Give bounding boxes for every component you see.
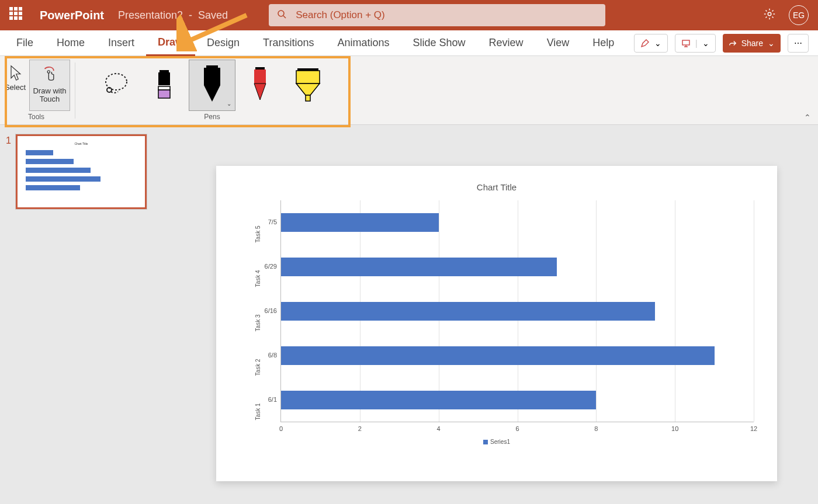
svg-rect-10 [158,90,170,98]
svg-line-1 [283,16,286,18]
group-tools-label: Tools [28,113,44,121]
svg-rect-9 [158,86,170,90]
legend-swatch [483,440,488,444]
chart-plot: 024681012 [280,200,754,422]
chart-bar [281,346,715,365]
chevron-down-icon: ⌄ [227,100,231,107]
x-tick-label: 2 [358,425,362,432]
svg-point-4 [47,71,50,73]
svg-point-0 [278,11,284,16]
divider [349,62,349,119]
search-icon [277,9,286,21]
x-tick-label: 8 [594,425,598,432]
ribbon-draw: Select Draw with Touch Tools ⌄ [0,56,818,125]
share-button[interactable]: Share ⌄ [723,34,781,53]
svg-rect-12 [204,68,220,85]
gridline [754,200,754,422]
y-category-label: Task 2 [255,359,262,376]
select-tool[interactable]: Select [2,60,28,111]
x-tick-label: 10 [671,425,678,432]
slide-canvas-area[interactable]: Chart Title Task 57/5Task 46/29Task 36/1… [175,125,818,504]
title-bar: PowerPoint Presentation2 - Saved ⌄ Searc… [0,0,818,30]
tab-help[interactable]: Help [581,30,626,56]
tab-file[interactable]: File [5,30,45,56]
app-launcher-icon[interactable] [9,7,26,23]
doc-chevron-icon[interactable]: ⌄ [240,11,245,19]
y-axis: Task 57/5Task 46/29Task 36/16Task 26/8Ta… [240,200,280,422]
document-name[interactable]: Presentation2 - Saved [118,9,228,22]
chart-bar [281,213,439,232]
slide-thumbnail-1[interactable]: Chart Title [16,134,147,209]
tab-home[interactable]: Home [45,30,96,56]
chevron-down-icon: ⌄ [768,39,775,48]
y-value-label: 6/16 [265,307,277,314]
app-name: PowerPoint [40,9,104,22]
chart-bar [281,302,655,321]
y-value-label: 7/5 [268,218,277,225]
tab-design[interactable]: Design [195,30,251,56]
y-value-label: 6/8 [268,352,277,359]
chart-bar [281,391,596,409]
eraser-tool[interactable] [141,60,188,111]
pen-black[interactable]: ⌄ [189,60,235,111]
y-category-label: Task 5 [255,226,262,243]
group-pens: ⌄ Pens [78,56,346,124]
y-value-label: 6/29 [265,263,277,270]
gridline [675,200,675,422]
y-category-label: Task 4 [255,270,262,287]
svg-marker-16 [254,84,266,100]
svg-rect-20 [306,95,310,101]
chart-bar [281,258,557,276]
y-value-label: 6/1 [268,396,277,403]
present-button[interactable]: | ⌄ [675,34,716,53]
x-tick-label: 4 [437,425,441,432]
svg-marker-13 [204,85,220,102]
tab-view[interactable]: View [535,30,581,56]
chevron-down-icon: ⌄ [654,39,661,48]
tab-review[interactable]: Review [477,30,535,56]
svg-rect-8 [158,72,170,85]
thumbnail-number: 1 [6,135,11,209]
x-tick-label: 6 [515,425,519,432]
svg-marker-19 [296,84,320,95]
tab-insert[interactable]: Insert [96,30,146,56]
search-input[interactable]: Search (Option + Q) [269,4,605,26]
main-area: 1 Chart Title Chart Title Task 57/5Task … [0,125,818,504]
pen-red[interactable] [237,60,283,111]
tab-animations[interactable]: Animations [325,30,401,56]
chart-title: Chart Title [240,182,754,192]
slide-thumbnail-panel: 1 Chart Title [0,125,175,504]
x-tick-label: 12 [750,425,757,432]
svg-rect-7 [160,70,169,72]
search-placeholder: Search (Option + Q) [296,9,385,21]
highlighter-yellow[interactable] [285,60,331,111]
svg-rect-18 [296,71,320,84]
y-category-label: Task 1 [255,404,262,420]
settings-icon[interactable] [763,8,776,23]
svg-point-2 [768,12,771,16]
tab-slideshow[interactable]: Slide Show [401,30,477,56]
lasso-tool[interactable] [93,60,140,111]
x-tick-label: 0 [279,425,283,432]
group-pens-label: Pens [204,113,220,121]
svg-rect-15 [254,69,266,84]
svg-rect-3 [682,40,689,45]
svg-rect-14 [255,67,265,69]
chart-body: Task 57/5Task 46/29Task 36/16Task 26/8Ta… [240,200,754,422]
save-state: Saved [198,9,228,21]
tab-transitions[interactable]: Transitions [251,30,325,56]
divider [75,62,75,119]
draw-with-touch-tool[interactable]: Draw with Touch [29,60,70,111]
y-category-label: Task 3 [255,315,262,332]
collapse-ribbon-icon[interactable]: ⌃ [804,113,811,122]
more-button[interactable]: ⋯ [788,34,809,53]
user-avatar[interactable]: EG [789,5,809,25]
svg-rect-11 [206,65,218,68]
tab-draw[interactable]: Draw [146,30,195,56]
ribbon-tabs: File Home Insert Draw Design Transitions… [0,30,818,56]
pen-mode-button[interactable]: ⌄ [634,34,668,53]
chevron-down-icon: ⌄ [702,39,709,48]
group-tools: Select Draw with Touch Tools [0,56,72,124]
slide-1[interactable]: Chart Title Task 57/5Task 46/29Task 36/1… [216,166,777,481]
chart-legend: Series1 [240,439,754,445]
